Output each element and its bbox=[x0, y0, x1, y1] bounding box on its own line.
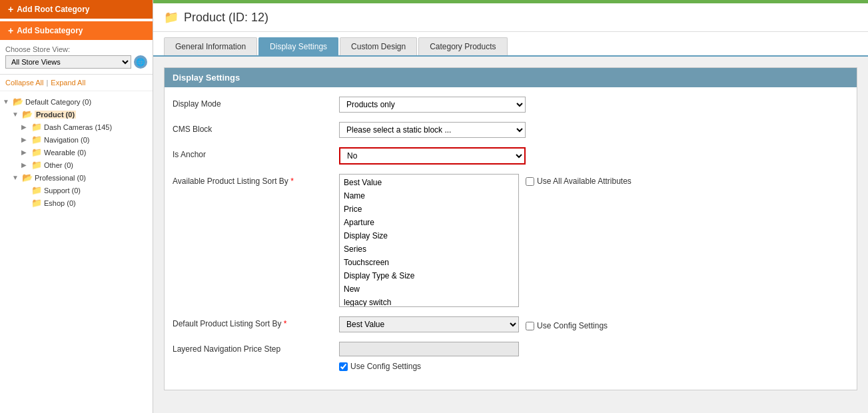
available-sort-multiselect[interactable]: Best Value Name Price Aparture Display S… bbox=[339, 174, 519, 307]
tree-item-professional[interactable]: ▼ 📂 Professional (0) bbox=[12, 171, 150, 184]
arrow-icon-product: ▼ bbox=[12, 111, 20, 118]
use-config-settings-label: Use Config Settings bbox=[526, 318, 608, 330]
arrow-icon-nav: ▶ bbox=[21, 136, 29, 143]
tree-item-product[interactable]: ▼ 📂 Product (0) bbox=[12, 108, 150, 121]
tree-children-default: ▼ 📂 Product (0) ▶ 📁 Dash Cameras (145) ▶… bbox=[3, 108, 150, 209]
main-content: 📁 Product (ID: 12) General Information D… bbox=[153, 0, 868, 413]
tabs-bar: General Information Display Settings Cus… bbox=[153, 32, 868, 57]
page-title: Product (ID: 12) bbox=[184, 11, 268, 25]
use-all-attributes-checkbox[interactable] bbox=[526, 177, 534, 186]
arrow-icon-wear: ▶ bbox=[21, 149, 29, 156]
store-view-label: Choose Store View: bbox=[5, 45, 147, 53]
folder-icon-dash: 📁 bbox=[31, 122, 42, 132]
store-view-section: Choose Store View: All Store Views Defau… bbox=[0, 40, 153, 75]
default-sort-row: Default Product Listing Sort By * Best V… bbox=[173, 316, 849, 332]
folder-header-icon: 📁 bbox=[164, 10, 179, 25]
layered-nav-input[interactable] bbox=[339, 342, 519, 356]
display-mode-select[interactable]: Products only Static block only Static b… bbox=[339, 97, 526, 113]
add-root-category-button[interactable]: + Add Root Category bbox=[0, 0, 153, 19]
default-sort-container: Best Value Name Price Use Config Setting… bbox=[339, 316, 608, 332]
use-all-attributes-label: Use All Available Attributes bbox=[526, 174, 632, 186]
tab-general-information[interactable]: General Information bbox=[164, 37, 257, 55]
plus-icon: + bbox=[8, 4, 13, 15]
available-sort-select[interactable]: Best Value Name Price Aparture Display S… bbox=[340, 175, 518, 306]
expand-all-link[interactable]: Expand All bbox=[51, 79, 85, 87]
is-anchor-row: Is Anchor No Yes bbox=[173, 147, 849, 165]
tree-item-eshop[interactable]: ▶ 📁 Eshop (0) bbox=[21, 197, 150, 209]
use-config-settings-layered-label: Use Config Settings bbox=[339, 359, 519, 371]
cms-block-select[interactable]: Please select a static block ... bbox=[339, 122, 526, 138]
layered-nav-row: Layered Navigation Price Step Use Config… bbox=[173, 342, 849, 371]
tab-category-products[interactable]: Category Products bbox=[418, 37, 507, 55]
tree-item-support[interactable]: ▶ 📁 Support (0) bbox=[21, 184, 150, 197]
arrow-icon-dash: ▶ bbox=[21, 123, 29, 131]
folder-icon-eshop: 📁 bbox=[31, 198, 42, 208]
display-mode-control: Products only Static block only Static b… bbox=[339, 97, 526, 113]
arrow-icon: ▼ bbox=[3, 98, 11, 105]
collapse-all-link[interactable]: Collapse All bbox=[5, 79, 43, 87]
content-area: Display Settings Display Mode Products o… bbox=[153, 57, 868, 413]
tree-item-wearable[interactable]: ▶ 📁 Wearable (0) bbox=[21, 146, 150, 159]
sidebar: + Add Root Category + Add Subcategory Ch… bbox=[0, 0, 153, 413]
tab-custom-design[interactable]: Custom Design bbox=[340, 37, 417, 55]
folder-open-icon: 📂 bbox=[13, 97, 23, 107]
display-mode-label: Display Mode bbox=[173, 97, 332, 109]
layered-nav-label: Layered Navigation Price Step bbox=[173, 342, 332, 354]
folder-icon-nav: 📁 bbox=[31, 135, 42, 145]
tree-children-product: ▶ 📁 Dash Cameras (145) ▶ 📁 Navigation (0… bbox=[12, 121, 150, 171]
category-tree: ▼ 📂 Default Category (0) ▼ 📂 Product (0)… bbox=[0, 91, 153, 413]
tab-display-settings[interactable]: Display Settings bbox=[258, 37, 338, 55]
is-anchor-control: No Yes bbox=[339, 147, 526, 165]
globe-button[interactable]: 🌐 bbox=[134, 55, 147, 69]
use-config-settings-checkbox[interactable] bbox=[526, 322, 534, 330]
section-body: Display Mode Products only Static block … bbox=[165, 87, 857, 390]
is-anchor-label: Is Anchor bbox=[173, 147, 332, 159]
display-settings-panel: Display Settings Display Mode Products o… bbox=[164, 67, 857, 390]
available-sort-row: Available Product Listing Sort By * Best… bbox=[173, 174, 849, 307]
tree-item-default-category[interactable]: ▼ 📂 Default Category (0) bbox=[3, 95, 150, 108]
tree-item-other[interactable]: ▶ 📁 Other (0) bbox=[21, 159, 150, 171]
collapse-expand-row: Collapse All | Expand All bbox=[0, 75, 153, 91]
tree-item-navigation[interactable]: ▶ 📁 Navigation (0) bbox=[21, 133, 150, 146]
use-config-settings-layered-checkbox[interactable] bbox=[339, 362, 348, 371]
tree-item-dash-cameras[interactable]: ▶ 📁 Dash Cameras (145) bbox=[21, 121, 150, 133]
default-sort-label: Default Product Listing Sort By * bbox=[173, 316, 332, 328]
default-sort-select[interactable]: Best Value Name Price bbox=[339, 316, 519, 332]
store-view-select[interactable]: All Store Views Default Store View bbox=[5, 55, 131, 69]
add-subcategory-button[interactable]: + Add Subcategory bbox=[0, 21, 153, 40]
section-header: Display Settings bbox=[165, 68, 857, 87]
is-anchor-select[interactable]: No Yes bbox=[339, 147, 526, 165]
arrow-icon-pro: ▼ bbox=[12, 174, 20, 181]
plus-icon-sub: + bbox=[8, 25, 13, 36]
cms-block-row: CMS Block Please select a static block .… bbox=[173, 122, 849, 138]
layered-nav-container: Use Config Settings bbox=[339, 342, 519, 371]
arrow-icon-other: ▶ bbox=[21, 161, 29, 169]
available-sort-label: Available Product Listing Sort By * bbox=[173, 174, 332, 186]
cms-block-label: CMS Block bbox=[173, 122, 332, 134]
folder-icon-support: 📁 bbox=[31, 185, 42, 195]
cms-block-control: Please select a static block ... bbox=[339, 122, 526, 138]
folder-icon-other: 📁 bbox=[31, 160, 42, 170]
tree-children-professional: ▶ 📁 Support (0) ▶ 📁 Eshop (0) bbox=[12, 184, 150, 209]
display-mode-row: Display Mode Products only Static block … bbox=[173, 97, 849, 113]
folder-open-icon-product: 📂 bbox=[22, 109, 33, 119]
page-header: 📁 Product (ID: 12) bbox=[153, 3, 868, 32]
folder-icon-wear: 📁 bbox=[31, 147, 42, 157]
store-view-row: All Store Views Default Store View 🌐 bbox=[5, 55, 147, 69]
available-sort-container: Best Value Name Price Aparture Display S… bbox=[339, 174, 632, 307]
folder-open-icon-pro: 📂 bbox=[22, 173, 33, 183]
